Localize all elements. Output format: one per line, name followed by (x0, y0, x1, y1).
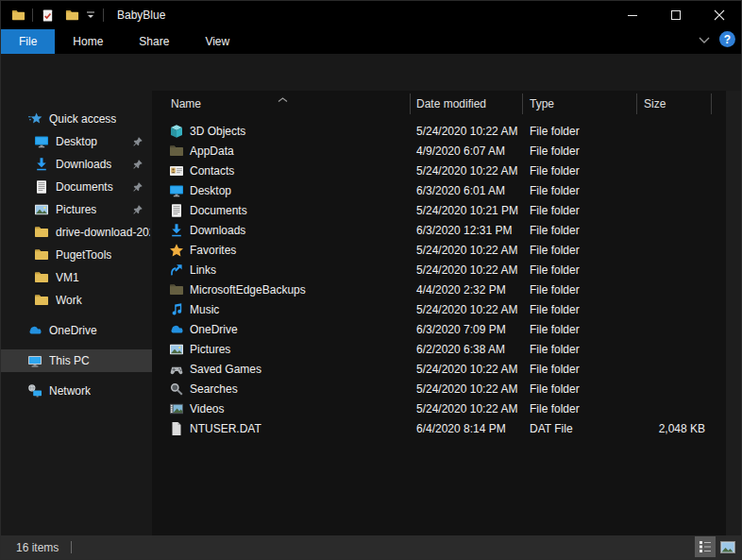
sidebar-item-downloads[interactable]: Downloads (1, 153, 152, 176)
column-header-row: Name Date modified Type Size (152, 91, 726, 116)
tab-share[interactable]: Share (121, 29, 187, 54)
minimize-button[interactable] (611, 1, 654, 29)
table-row[interactable]: Searches 5/24/2020 10:22 AM File folder (152, 380, 726, 399)
file-type: File folder (530, 263, 580, 277)
file-icon (169, 183, 184, 198)
details-view-button[interactable] (695, 536, 716, 557)
table-row[interactable]: MicrosoftEdgeBackups 4/4/2020 2:32 PM Fi… (152, 280, 726, 300)
table-row[interactable]: Pictures 6/2/2020 6:38 AM File folder (152, 340, 726, 360)
table-row[interactable]: AppData 4/9/2020 6:07 AM File folder (152, 142, 726, 161)
file-type: File folder (530, 363, 580, 376)
file-date-modified: 6/4/2020 8:14 PM (416, 422, 506, 435)
column-divider[interactable] (711, 93, 712, 114)
file-list: 3D Objects 5/24/2020 10:22 AM File folde… (152, 116, 726, 439)
sidebar-item-desktop[interactable]: Desktop (1, 130, 152, 153)
status-separator (71, 541, 72, 553)
file-date-modified: 5/24/2020 10:22 AM (416, 164, 517, 178)
file-name: Documents (190, 204, 247, 217)
table-row[interactable]: Desktop 6/3/2020 6:01 AM File folder (152, 181, 726, 201)
file-name: Downloads (190, 224, 245, 237)
table-row[interactable]: Music 5/24/2020 10:22 AM File folder (152, 300, 726, 320)
customize-qat-chevron-icon[interactable] (84, 8, 97, 22)
help-button[interactable]: ? (719, 31, 735, 47)
sidebar-item-vm1[interactable]: VM1 (1, 266, 152, 289)
file-icon (169, 362, 184, 377)
table-row[interactable]: Documents 5/24/2020 10:21 PM File folder (152, 201, 726, 221)
file-icon (169, 382, 184, 397)
file-icon (169, 144, 184, 159)
table-row[interactable]: Videos 5/24/2020 10:22 AM File folder (152, 399, 726, 419)
file-name: Desktop (190, 184, 231, 197)
file-size: 2,048 KB (624, 422, 705, 435)
column-divider[interactable] (522, 93, 523, 114)
file-type: File folder (530, 244, 580, 257)
table-row[interactable]: NTUSER.DAT 6/4/2020 8:14 PM DAT File 2,0… (152, 419, 726, 439)
sidebar-item-label: drive-download-202 (56, 226, 150, 239)
large-icons-view-button[interactable] (717, 536, 738, 557)
file-date-modified: 5/24/2020 10:22 AM (416, 263, 517, 277)
file-date-modified: 4/4/2020 2:32 PM (416, 283, 506, 297)
file-date-modified: 5/24/2020 10:22 AM (416, 125, 517, 138)
column-header-date-modified[interactable]: Date modified (416, 97, 486, 110)
file-type: File folder (530, 323, 580, 336)
file-icon (169, 124, 184, 139)
column-divider[interactable] (410, 93, 411, 114)
column-header-type[interactable]: Type (530, 97, 554, 110)
file-date-modified: 5/24/2020 10:22 AM (416, 402, 517, 416)
navigation-row: « Users › BabyBlue (1, 54, 741, 91)
main-area: Quick access Desktop Downloads Documents… (1, 91, 741, 535)
table-row[interactable]: Downloads 6/3/2020 12:31 PM File folder (152, 221, 726, 241)
sidebar-item-label: Downloads (56, 158, 111, 171)
tab-home[interactable]: Home (55, 29, 121, 54)
sidebar-item-work[interactable]: Work (1, 289, 152, 312)
sidebar-item-icon (27, 323, 42, 338)
sidebar-item-onedrive[interactable]: OneDrive (1, 319, 152, 342)
pin-icon (132, 159, 143, 170)
maximize-button[interactable] (654, 1, 698, 29)
table-row[interactable]: OneDrive 6/3/2020 7:09 PM File folder (152, 320, 726, 340)
sidebar-item-label: Desktop (56, 135, 97, 148)
table-row[interactable]: Saved Games 5/24/2020 10:22 AM File fold… (152, 360, 726, 380)
file-type: File folder (530, 144, 580, 158)
file-icon (169, 163, 184, 178)
column-header-size[interactable]: Size (644, 97, 666, 110)
file-explorer-window: BabyBlue File Home Share View ? (0, 0, 742, 560)
column-divider[interactable] (636, 93, 637, 114)
quick-access-toolbar (1, 7, 110, 24)
properties-check-icon[interactable] (39, 7, 56, 24)
sidebar-item-icon (34, 247, 49, 263)
column-header-name[interactable]: Name (171, 97, 201, 110)
file-date-modified: 5/24/2020 10:22 AM (416, 244, 517, 257)
status-bar: 16 items (1, 535, 741, 559)
file-type: File folder (530, 402, 580, 416)
ribbon-tabs: File Home Share View (1, 29, 741, 54)
table-row[interactable]: Favorites 5/24/2020 10:22 AM File folder (152, 241, 726, 261)
sidebar-item-documents[interactable]: Documents (1, 176, 152, 198)
sidebar-item-label: Documents (56, 180, 113, 194)
table-row[interactable]: 3D Objects 5/24/2020 10:22 AM File folde… (152, 122, 726, 142)
sidebar-item-label: Quick access (49, 112, 116, 126)
navigation-pane: Quick access Desktop Downloads Documents… (1, 91, 152, 535)
sidebar-item-label: OneDrive (49, 324, 97, 337)
sidebar-item-network[interactable]: Network (1, 380, 152, 402)
sidebar-item-quick-access[interactable]: Quick access (1, 108, 152, 130)
file-type: File folder (530, 382, 580, 396)
sidebar-item-this-pc[interactable]: This PC (1, 349, 152, 372)
collapse-ribbon-chevron-icon[interactable] (699, 33, 710, 46)
tab-view[interactable]: View (187, 29, 247, 54)
sidebar-item-icon (27, 111, 42, 127)
tab-file[interactable]: File (1, 29, 55, 54)
close-button[interactable] (698, 1, 741, 29)
sidebar-item-icon (34, 225, 49, 240)
file-name: Favorites (190, 244, 236, 257)
file-type: File folder (530, 125, 580, 138)
table-row[interactable]: Links 5/24/2020 10:22 AM File folder (152, 261, 726, 280)
vertical-scrollbar[interactable] (726, 91, 741, 535)
sidebar-item-drive-download-202[interactable]: drive-download-202 (1, 221, 152, 244)
table-row[interactable]: Contacts 5/24/2020 10:22 AM File folder (152, 161, 726, 181)
pin-icon (132, 181, 143, 193)
file-date-modified: 5/24/2020 10:22 AM (416, 363, 517, 376)
sidebar-item-pugettools[interactable]: PugetTools (1, 244, 152, 266)
new-folder-icon[interactable] (63, 7, 80, 24)
sidebar-item-pictures[interactable]: Pictures (1, 198, 152, 221)
